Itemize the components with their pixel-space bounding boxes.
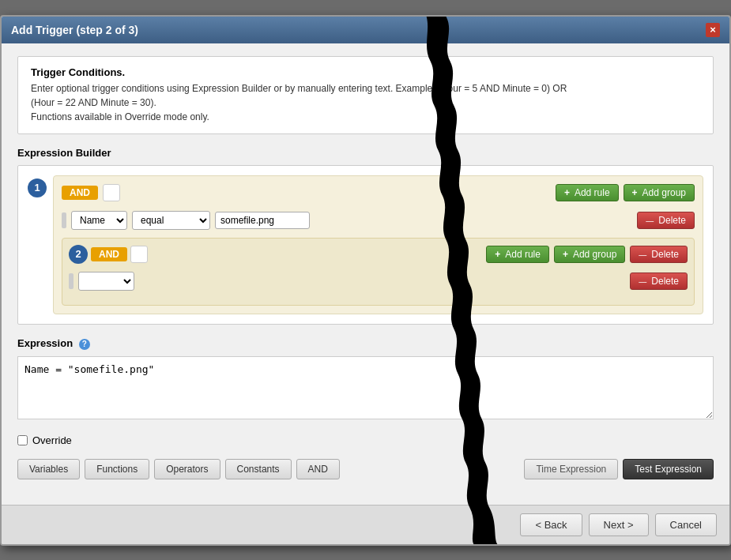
time-expression-button[interactable]: Time Expression (524, 459, 618, 479)
inner-field-select[interactable]: Name Hour Minute (78, 272, 134, 291)
inner-delete-rule-button[interactable]: Delete (630, 272, 688, 290)
badge-2: 2 (69, 245, 88, 264)
expression-builder: 1 AND Add rule (17, 165, 714, 325)
inner-group-header: 2 AND Add rule (69, 245, 688, 264)
inner-add-rule-button[interactable]: Add rule (486, 246, 549, 263)
functions-button[interactable]: Functions (85, 459, 149, 479)
plus-icon-4 (563, 249, 570, 260)
field-select-1[interactable]: Name Hour Minute Day Month (71, 211, 127, 230)
expression-builder-label: Expression Builder (17, 147, 714, 159)
add-trigger-dialog: Add Trigger (step 2 of 3) × Trigger Cond… (0, 15, 731, 546)
override-row: Override (17, 434, 714, 446)
inner-rule-row: Name Hour Minute Delete (69, 269, 688, 294)
minus-icon-3 (639, 276, 648, 287)
outer-add-rule-button[interactable]: Add rule (556, 184, 619, 201)
delete-rule-1-button[interactable]: Delete (637, 212, 695, 229)
plus-icon-3 (495, 249, 502, 260)
badge-1: 1 (28, 179, 47, 197)
test-expression-button[interactable]: Test Expression (623, 459, 714, 479)
expression-area: Expression ? (17, 337, 714, 422)
rule-row-1: Name Hour Minute Day Month equal not equ… (62, 208, 695, 233)
override-label: Override (32, 434, 72, 446)
operators-button[interactable]: Operators (154, 459, 220, 479)
outer-add-group-button[interactable]: Add group (624, 184, 695, 201)
inner-toggle-button[interactable] (130, 246, 148, 263)
constants-button[interactable]: Constants (225, 459, 292, 479)
outer-group-header: AND Add rule Add group (62, 184, 695, 201)
dialog-footer: < Back Next > Cancel (2, 505, 729, 544)
minus-icon-2 (639, 249, 648, 260)
inner-add-group-button[interactable]: Add group (554, 246, 625, 263)
plus-icon (564, 187, 571, 198)
expression-textarea[interactable] (17, 356, 714, 419)
rule-handle (62, 212, 66, 228)
dialog-body: Trigger Conditions. Enter optional trigg… (2, 43, 729, 505)
dialog-title: Add Trigger (step 2 of 3) (11, 24, 138, 36)
value-input-1[interactable] (215, 212, 310, 229)
minus-icon-1 (646, 215, 655, 226)
spacer (345, 459, 519, 479)
trigger-conditions-title: Trigger Conditions. (31, 66, 700, 78)
outer-and-badge: AND (62, 186, 98, 200)
and-button[interactable]: AND (296, 459, 340, 479)
bottom-buttons: Variables Functions Operators Constants … (17, 459, 714, 479)
dialog-title-bar: Add Trigger (step 2 of 3) × (2, 17, 729, 43)
expression-label: Expression ? (17, 337, 714, 350)
outer-and-group: AND Add rule Add group (53, 175, 703, 314)
trigger-conditions-box: Trigger Conditions. Enter optional trigg… (17, 56, 714, 134)
help-icon[interactable]: ? (79, 339, 90, 350)
operator-select-1[interactable]: equal not equal greater than less than c… (132, 211, 210, 230)
override-checkbox[interactable] (17, 435, 28, 445)
inner-rule-handle (69, 273, 73, 289)
trigger-conditions-description: Enter optional trigger conditions using … (31, 81, 700, 124)
variables-button[interactable]: Variables (17, 459, 80, 479)
outer-toggle-button[interactable] (103, 184, 120, 201)
inner-delete-group-button[interactable]: Delete (630, 246, 688, 263)
back-button[interactable]: < Back (520, 513, 582, 536)
plus-icon-2 (632, 187, 639, 198)
close-button[interactable]: × (706, 23, 720, 37)
inner-and-badge: AND (91, 247, 127, 261)
next-button[interactable]: Next > (589, 513, 649, 536)
cancel-button[interactable]: Cancel (655, 513, 717, 536)
inner-and-group: 2 AND Add rule (62, 238, 695, 306)
